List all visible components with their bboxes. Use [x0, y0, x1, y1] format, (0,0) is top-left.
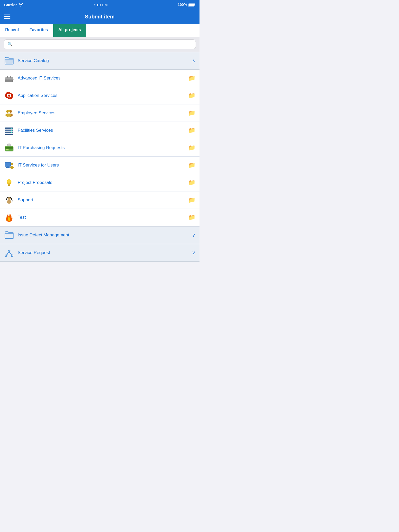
- wifi-icon: [18, 3, 23, 6]
- battery-icon: [188, 3, 195, 6]
- service-request-label: Service Request: [18, 250, 188, 255]
- svg-rect-38: [8, 186, 10, 186]
- tab-favorites[interactable]: Favorites: [24, 24, 53, 37]
- list-item-it-purchasing[interactable]: IT Purchasing Requests 📁: [0, 139, 200, 157]
- svg-rect-27: [6, 149, 9, 150]
- svg-point-40: [7, 200, 11, 204]
- list-item-it-services-users[interactable]: IT Services for Users 📁: [0, 157, 200, 174]
- advanced-it-folder-icon: 📁: [188, 75, 195, 82]
- it-purchasing-label: IT Purchasing Requests: [18, 145, 185, 150]
- advanced-it-icon: [4, 73, 14, 83]
- svg-rect-2: [194, 4, 195, 5]
- advanced-it-label: Advanced IT Services: [18, 76, 185, 81]
- svg-point-24: [11, 132, 12, 133]
- list-container: Service Catalog ∧ Advanced IT Services 📁: [0, 52, 200, 262]
- battery-label: 100%: [178, 3, 187, 7]
- list-item-employee[interactable]: Employee Services 📁: [0, 104, 200, 122]
- facilities-icon: [4, 125, 14, 135]
- category-service-catalog[interactable]: Service Catalog ∧: [0, 52, 200, 70]
- svg-point-16: [8, 110, 10, 112]
- list-item-advanced-it[interactable]: Advanced IT Services 📁: [0, 70, 200, 87]
- test-label: Test: [18, 215, 185, 220]
- test-icon: [4, 212, 14, 222]
- svg-point-11: [8, 95, 10, 97]
- application-icon: [4, 91, 14, 101]
- svg-rect-41: [6, 198, 7, 200]
- tab-all-projects[interactable]: All projects: [53, 24, 86, 37]
- svg-rect-30: [7, 167, 9, 167]
- employee-label: Employee Services: [18, 110, 185, 116]
- employee-folder-icon: 📁: [188, 110, 195, 116]
- status-bar: Carrier 7:10 PM 100%: [0, 0, 200, 9]
- carrier-label: Carrier: [4, 3, 17, 7]
- service-catalog-label: Service Catalog: [18, 58, 188, 63]
- svg-rect-21: [5, 134, 13, 135]
- application-folder-icon: 📁: [188, 92, 195, 99]
- service-request-icon: [4, 248, 14, 258]
- svg-rect-1: [188, 4, 194, 6]
- svg-point-17: [7, 114, 11, 117]
- nav-title: Submit item: [85, 14, 115, 20]
- svg-rect-36: [8, 184, 10, 185]
- svg-point-32: [11, 163, 13, 165]
- issue-defect-chevron: ∨: [192, 232, 195, 238]
- status-right: 100%: [178, 3, 195, 7]
- hamburger-menu[interactable]: [4, 15, 10, 19]
- svg-rect-37: [8, 185, 10, 186]
- svg-rect-29: [5, 162, 11, 167]
- nav-bar: Submit item: [0, 9, 200, 24]
- folder-open-icon: [4, 56, 14, 66]
- list-item-project-proposals[interactable]: Project Proposals 📁: [0, 174, 200, 191]
- list-item-facilities[interactable]: Facilities Services 📁: [0, 122, 200, 139]
- search-container: 🔍: [0, 37, 200, 52]
- tab-bar: Recent Favorites All projects: [0, 24, 200, 37]
- svg-point-23: [11, 130, 12, 131]
- list-item-support[interactable]: Support 📁: [0, 191, 200, 209]
- it-services-users-folder-icon: 📁: [188, 162, 195, 169]
- it-services-users-icon: [4, 160, 14, 170]
- category-service-request[interactable]: Service Request ∨: [0, 244, 200, 262]
- status-time: 7:10 PM: [93, 3, 108, 7]
- svg-rect-7: [5, 79, 14, 80]
- test-folder-icon: 📁: [188, 214, 195, 221]
- support-folder-icon: 📁: [188, 197, 195, 203]
- status-left: Carrier: [4, 3, 23, 7]
- it-purchasing-icon: [4, 143, 14, 153]
- issue-defect-label: Issue Defect Management: [18, 232, 188, 238]
- facilities-label: Facilities Services: [18, 128, 185, 133]
- issue-defect-folder-icon: [4, 230, 14, 240]
- tab-recent[interactable]: Recent: [0, 24, 24, 37]
- support-label: Support: [18, 197, 185, 203]
- category-issue-defect[interactable]: Issue Defect Management ∨: [0, 226, 200, 244]
- it-purchasing-folder-icon: 📁: [188, 144, 195, 151]
- project-proposals-icon: [4, 178, 14, 188]
- project-proposals-folder-icon: 📁: [188, 179, 195, 186]
- svg-rect-31: [6, 167, 10, 168]
- svg-rect-42: [11, 198, 12, 200]
- employee-icon: [4, 108, 14, 118]
- support-icon: [4, 195, 14, 205]
- search-icon: 🔍: [8, 42, 13, 47]
- service-catalog-chevron: ∧: [192, 58, 195, 64]
- search-input-wrapper[interactable]: 🔍: [4, 39, 196, 49]
- svg-point-33: [10, 166, 14, 169]
- it-services-users-label: IT Services for Users: [18, 163, 185, 168]
- svg-point-28: [7, 144, 11, 146]
- service-request-chevron: ∨: [192, 250, 195, 256]
- list-item-application[interactable]: Application Services 📁: [0, 87, 200, 104]
- facilities-folder-icon: 📁: [188, 127, 195, 134]
- list-item-test[interactable]: Test 📁: [0, 209, 200, 226]
- svg-point-22: [11, 128, 12, 129]
- project-proposals-label: Project Proposals: [18, 180, 185, 185]
- application-label: Application Services: [18, 93, 185, 98]
- svg-rect-26: [5, 147, 13, 149]
- search-input[interactable]: [15, 42, 192, 47]
- svg-point-35: [7, 179, 11, 183]
